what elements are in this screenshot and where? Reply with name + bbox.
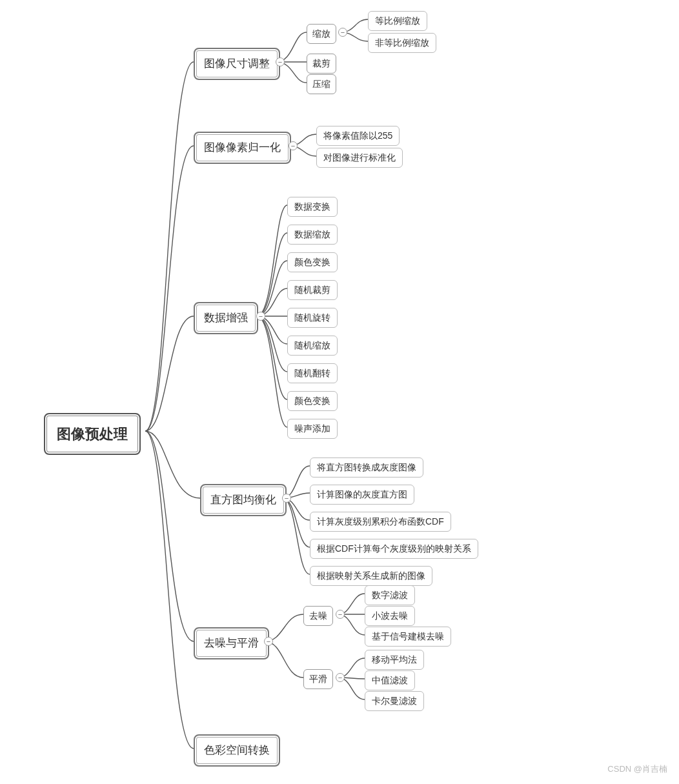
collapse-icon[interactable]: −: [264, 637, 273, 646]
leaf-node[interactable]: 根据CDF计算每个灰度级别的映射关系: [310, 539, 478, 559]
node-smooth[interactable]: 平滑: [303, 669, 333, 689]
leaf-node[interactable]: 颜色变换: [287, 391, 338, 411]
branch-colorspace[interactable]: 色彩空间转换: [194, 734, 280, 767]
branch-denoise-smooth[interactable]: 去噪与平滑: [194, 627, 269, 659]
branch-data-augment[interactable]: 数据增强: [194, 302, 258, 334]
leaf-node[interactable]: 等比例缩放: [368, 11, 427, 31]
leaf-node[interactable]: 压缩: [307, 74, 336, 94]
leaf-node[interactable]: 卡尔曼滤波: [365, 691, 424, 711]
node-scale[interactable]: 缩放: [307, 24, 336, 44]
root-node[interactable]: 图像预处理: [44, 413, 141, 455]
leaf-node[interactable]: 基于信号建模去噪: [365, 627, 451, 647]
branch-image-resize[interactable]: 图像尺寸调整: [194, 48, 280, 80]
collapse-icon[interactable]: −: [289, 141, 298, 150]
leaf-node[interactable]: 数据变换: [287, 197, 338, 217]
leaf-node[interactable]: 数字滤波: [365, 585, 415, 605]
leaf-node[interactable]: 非等比例缩放: [368, 33, 436, 53]
branch-pixel-normalize[interactable]: 图像像素归一化: [194, 132, 291, 164]
node-denoise[interactable]: 去噪: [303, 606, 333, 626]
leaf-node[interactable]: 噪声添加: [287, 419, 338, 439]
collapse-icon[interactable]: −: [282, 494, 291, 503]
connector-layer: [0, 0, 679, 784]
leaf-node[interactable]: 随机旋转: [287, 308, 338, 328]
leaf-node[interactable]: 随机翻转: [287, 363, 338, 383]
leaf-node[interactable]: 随机裁剪: [287, 280, 338, 300]
leaf-node[interactable]: 中值滤波: [365, 670, 415, 690]
collapse-icon[interactable]: −: [336, 673, 345, 682]
leaf-node[interactable]: 移动平均法: [365, 650, 424, 670]
root-label: 图像预处理: [57, 426, 128, 442]
collapse-icon[interactable]: −: [276, 57, 285, 66]
leaf-node[interactable]: 计算灰度级别累积分布函数CDF: [310, 512, 451, 532]
watermark: CSDN @肖吉楠: [607, 763, 667, 775]
leaf-node[interactable]: 对图像进行标准化: [316, 148, 403, 168]
leaf-node[interactable]: 数据缩放: [287, 225, 338, 245]
collapse-icon[interactable]: −: [336, 610, 345, 619]
leaf-node[interactable]: 计算图像的灰度直方图: [310, 485, 414, 505]
leaf-node[interactable]: 小波去噪: [365, 606, 415, 626]
leaf-node[interactable]: 裁剪: [307, 54, 336, 74]
collapse-icon[interactable]: −: [256, 312, 265, 321]
leaf-node[interactable]: 根据映射关系生成新的图像: [310, 566, 432, 586]
leaf-node[interactable]: 随机缩放: [287, 336, 338, 356]
leaf-node[interactable]: 将直方图转换成灰度图像: [310, 457, 423, 477]
leaf-node[interactable]: 颜色变换: [287, 252, 338, 272]
branch-histogram-eq[interactable]: 直方图均衡化: [200, 484, 287, 516]
leaf-node[interactable]: 将像素值除以255: [316, 126, 400, 146]
collapse-icon[interactable]: −: [338, 28, 347, 37]
